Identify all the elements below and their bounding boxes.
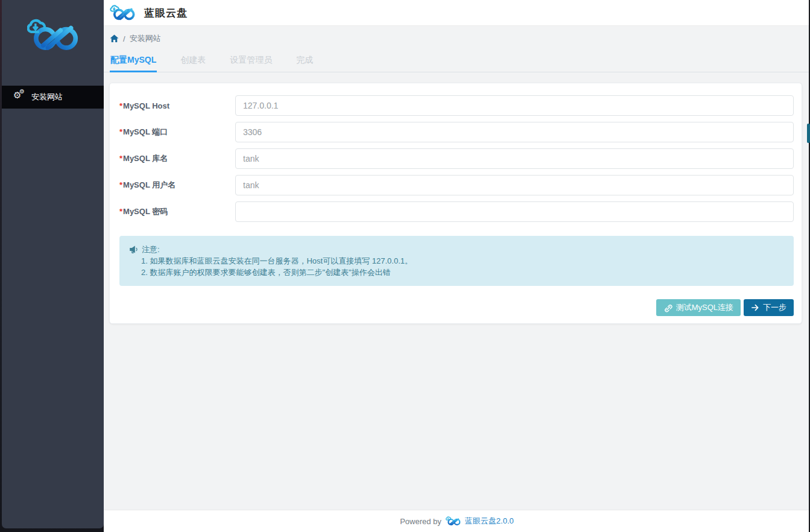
bullhorn-icon	[129, 245, 138, 253]
required-asterisk: *	[119, 127, 122, 136]
notice-item: 1. 如果数据库和蓝眼云盘安装在同一台服务器，Host可以直接填写 127.0.…	[129, 255, 784, 267]
tab-configure-mysql[interactable]: 配置MySQL	[110, 51, 157, 72]
required-asterisk: *	[119, 180, 122, 189]
powered-by-label: Powered by	[400, 517, 441, 526]
mysql-username-input[interactable]	[235, 175, 794, 195]
home-icon[interactable]	[110, 34, 119, 43]
mysql-host-input[interactable]	[235, 95, 794, 116]
tab-set-admin[interactable]: 设置管理员	[229, 51, 273, 72]
brand-name: 蓝眼云盘	[144, 6, 188, 20]
footer: Powered by 蓝眼云盘2.0.0	[104, 510, 810, 532]
cogs-icon: ⚙⚙	[14, 92, 25, 102]
breadcrumb: / 安装网站	[104, 26, 810, 51]
main-area: 蓝眼云盘 / 安装网站 配置MySQL 创建表 设置管理员 完成 *MySQL …	[104, 0, 810, 532]
wizard-tabs: 配置MySQL 创建表 设置管理员 完成	[104, 51, 810, 72]
breadcrumb-current: 安装网站	[130, 33, 161, 44]
notice-title: 注意:	[129, 244, 784, 255]
field-label: *MySQL 密码	[119, 206, 235, 217]
form-row-database: *MySQL 库名	[119, 148, 794, 169]
sidebar: ⚙⚙ 安装网站	[2, 0, 104, 528]
field-label: *MySQL 端口	[119, 127, 235, 138]
mysql-password-input[interactable]	[235, 201, 794, 222]
tab-create-tables[interactable]: 创建表	[180, 51, 206, 72]
brand-logo-icon	[109, 5, 137, 21]
sidebar-item-label: 安装网站	[31, 92, 63, 103]
mysql-port-input[interactable]	[235, 122, 794, 142]
arrow-right-icon	[751, 303, 759, 312]
card-actions: 测试MySQL连接 下一步	[119, 299, 794, 316]
brand-logo-icon	[445, 516, 461, 526]
required-asterisk: *	[119, 101, 122, 110]
topbar: 蓝眼云盘	[104, 0, 810, 26]
form-row-port: *MySQL 端口	[119, 122, 794, 142]
field-label: *MySQL Host	[119, 101, 235, 110]
notice-item: 2. 数据库账户的权限要求要能够创建表，否则第二步"创建表"操作会出错	[129, 267, 784, 278]
field-label: *MySQL 用户名	[119, 180, 235, 191]
scrollbar-thumb[interactable]	[807, 124, 810, 143]
sidebar-item-install-site[interactable]: ⚙⚙ 安装网站	[2, 86, 104, 109]
breadcrumb-separator: /	[123, 34, 125, 43]
test-mysql-connection-button[interactable]: 测试MySQL连接	[656, 299, 741, 316]
link-icon	[663, 303, 672, 312]
required-asterisk: *	[119, 207, 122, 216]
brand-logo-icon	[27, 18, 79, 53]
tab-finish[interactable]: 完成	[296, 51, 314, 72]
field-label: *MySQL 库名	[119, 153, 235, 164]
mysql-config-card: *MySQL Host *MySQL 端口 *MySQL 库名 *MySQL 用…	[109, 83, 802, 324]
install-page: ⚙⚙ 安装网站 蓝眼云盘 / 安装网站 配置MySQL 创建表 设置管理员 完成	[0, 0, 810, 532]
footer-brand-link[interactable]: 蓝眼云盘2.0.0	[465, 516, 514, 527]
form-row-host: *MySQL Host	[119, 95, 794, 116]
form-row-username: *MySQL 用户名	[119, 175, 794, 195]
notice-box: 注意: 1. 如果数据库和蓝眼云盘安装在同一台服务器，Host可以直接填写 12…	[119, 236, 794, 286]
next-step-button[interactable]: 下一步	[744, 299, 794, 316]
form-row-password: *MySQL 密码	[119, 201, 794, 222]
required-asterisk: *	[119, 154, 122, 163]
mysql-database-input[interactable]	[235, 148, 794, 169]
